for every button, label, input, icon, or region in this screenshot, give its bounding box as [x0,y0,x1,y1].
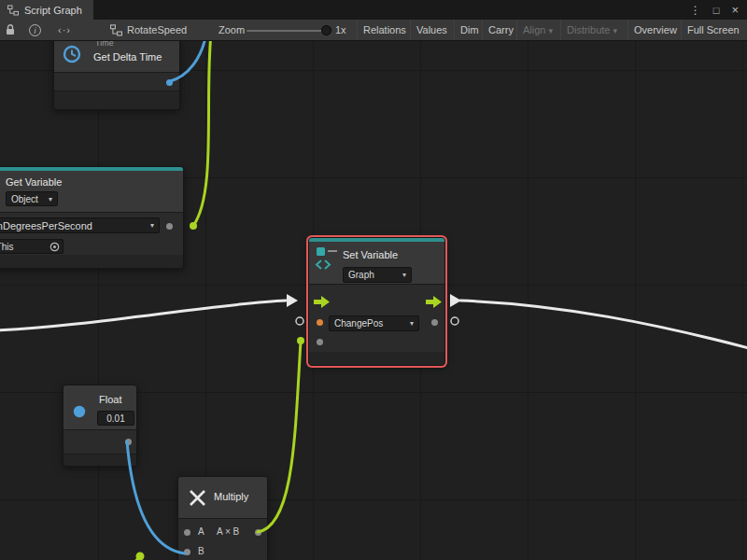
info-icon[interactable]: i [29,24,41,36]
flow-arrow-out [450,294,461,307]
window-controls: ⋮ □ × [690,0,747,20]
graph-asset-icon [110,24,122,36]
flow-input-arrow[interactable] [314,296,330,308]
graph-canvas[interactable]: Time Get Delta Time Get Variable Object▾… [0,41,747,560]
float-output-port[interactable] [125,439,132,445]
variable-name-dropdown[interactable]: ChangePos▾ [329,315,419,331]
wire-flow-out[interactable] [460,301,747,349]
toolbar-button-distribute[interactable]: Distribute▾ [560,20,623,40]
socket-ring-right[interactable] [451,317,458,325]
wire-endpoint-dot [136,553,145,560]
toolbar-button-fullscreen[interactable]: Full Screen [681,20,745,40]
node-category: Time [95,41,114,48]
variable-target-field[interactable]: This [0,239,63,254]
maximize-icon[interactable]: □ [713,5,720,16]
script-graph-icon [7,5,19,16]
toolbar-button-relations[interactable]: Relations [357,20,412,40]
multiply-input-b-port[interactable] [184,549,190,555]
chevron-down-icon: ▾ [150,221,154,230]
node-title: Float [99,394,121,405]
float-value-input[interactable]: 0.01 [97,411,134,426]
node-title: Get Variable [6,176,62,188]
flow-arrow-in [287,294,298,307]
variable-scope-dropdown[interactable]: Graph▾ [343,267,412,283]
port-label-result: A × B [217,526,239,537]
wire-flow-in[interactable] [0,301,286,330]
wire-get-variable[interactable] [193,41,211,226]
node-multiply[interactable]: Multiply A A × B B [177,476,268,560]
zoom-value: 1x [335,20,346,40]
float-icon [73,405,86,418]
toolbar-button-align[interactable]: Align▾ [516,20,558,40]
wire-stub[interactable] [130,556,140,560]
variable-scope-dropdown[interactable]: Object▾ [6,191,58,206]
set-variable-output-port[interactable] [431,319,438,326]
variable-name-dropdown[interactable]: RotationDegreesPerSecond▾ [0,217,160,233]
close-icon[interactable]: × [731,3,739,17]
lock-icon[interactable] [5,23,16,36]
port-label-a: A [198,526,204,537]
node-set-variable[interactable]: Set Variable Graph▾ ChangePos▾ [308,237,445,366]
toolbar-button-dim[interactable]: Dim [454,20,485,40]
node-get-delta-time[interactable]: Time Get Delta Time [53,41,180,110]
get-variable-output-port[interactable] [166,223,173,230]
node-title: Set Variable [343,249,398,260]
chevron-down-icon: ▾ [613,26,617,35]
toolbar-button-overview[interactable]: Overview [627,20,683,40]
graph-name-label: RotateSpeed [127,20,187,40]
zoom-label: Zoom [218,20,245,40]
set-variable-icon [315,245,339,271]
toolbar-button-carry[interactable]: Carry [482,20,519,40]
flow-output-arrow[interactable] [426,296,442,308]
zoom-slider[interactable] [247,30,325,32]
node-float[interactable]: Float 0.01 [63,385,137,467]
tab-title: Script Graph [24,5,82,16]
node-title: Multiply [214,491,248,502]
variable-name-port[interactable] [317,319,323,326]
object-picker-icon[interactable] [49,242,60,252]
window-menu-icon[interactable]: ⋮ [690,4,701,17]
inspect-graph-icon[interactable]: ‹·› [58,20,71,40]
port-label-b: B [198,546,204,556]
toolbar-button-values[interactable]: Values [410,20,453,40]
multiply-output-port[interactable] [255,529,261,536]
wire-endpoint-dot [297,337,304,344]
chevron-down-icon: ▾ [548,26,553,35]
window-tab-bar: Script Graph ⋮ □ × [0,0,747,20]
chevron-down-icon: ▾ [402,271,406,279]
tab-script-graph[interactable]: Script Graph [0,0,93,20]
clock-icon [62,44,82,64]
node-title: Get Delta Time [93,51,162,63]
value-input-port[interactable] [317,339,323,345]
socket-ring-left[interactable] [296,317,303,325]
multiply-input-a-port[interactable] [184,529,190,536]
multiply-icon [189,489,206,507]
chevron-down-icon: ▾ [49,195,52,203]
node-get-variable[interactable]: Get Variable Object▾ RotationDegreesPerS… [0,166,184,269]
graph-toolbar: i ‹·› RotateSpeed Zoom 1x Relations Valu… [0,20,747,41]
zoom-slider-handle[interactable] [321,25,331,35]
delta-time-output-port[interactable] [166,79,173,86]
chevron-down-icon: ▾ [410,319,414,328]
wire-endpoint-dot [190,222,197,230]
